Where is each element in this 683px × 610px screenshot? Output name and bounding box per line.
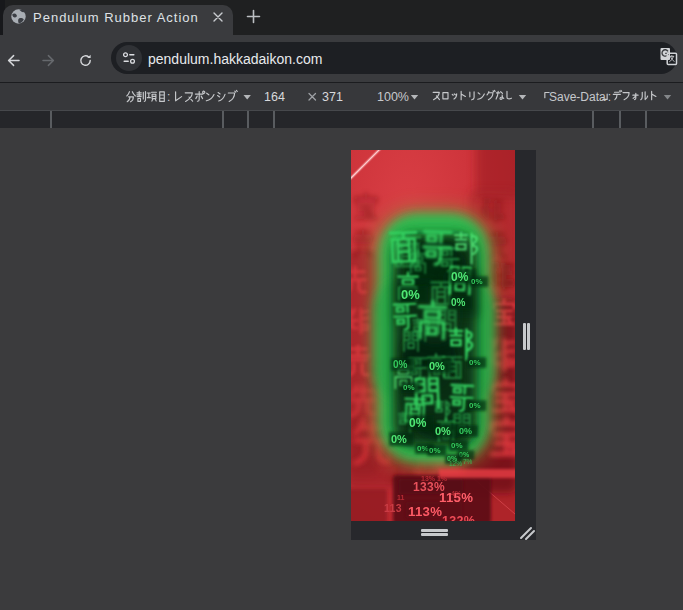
svg-text:113%: 113%	[408, 504, 442, 519]
svg-text:132%: 132%	[442, 514, 475, 521]
svg-text::: :	[608, 90, 611, 104]
svg-text:0%: 0%	[403, 383, 415, 392]
svg-text::: :	[167, 90, 170, 104]
svg-text:0%: 0%	[451, 297, 466, 308]
svg-text:4%: 4%	[451, 490, 462, 497]
svg-text:7%: 7%	[463, 458, 473, 465]
svg-text:0%: 0%	[393, 359, 408, 370]
svg-text:371: 371	[322, 90, 343, 104]
svg-text:12%: 12%	[449, 460, 462, 467]
svg-text:0%: 0%	[469, 401, 481, 410]
svg-text:0%: 0%	[451, 270, 469, 284]
svg-text:0%: 0%	[435, 425, 451, 437]
svg-text:Save-Data: Save-Data	[549, 90, 606, 104]
svg-text:100%: 100%	[377, 90, 409, 104]
svg-text:0%: 0%	[469, 358, 481, 367]
svg-text:0%: 0%	[401, 287, 420, 302]
svg-text:11: 11	[397, 494, 405, 501]
svg-text:0%: 0%	[451, 441, 463, 450]
svg-text:0%: 0%	[471, 277, 483, 286]
svg-text:164: 164	[264, 90, 285, 104]
svg-text:13% 1%: 13% 1%	[421, 475, 448, 482]
svg-text:0%: 0%	[409, 416, 427, 430]
svg-text:0%: 0%	[429, 446, 441, 455]
svg-text:113: 113	[384, 502, 402, 514]
svg-text:0%: 0%	[429, 360, 445, 372]
svg-text:0%: 0%	[459, 426, 472, 436]
svg-text:0%: 0%	[391, 433, 407, 445]
svg-text:0%: 0%	[417, 444, 429, 453]
